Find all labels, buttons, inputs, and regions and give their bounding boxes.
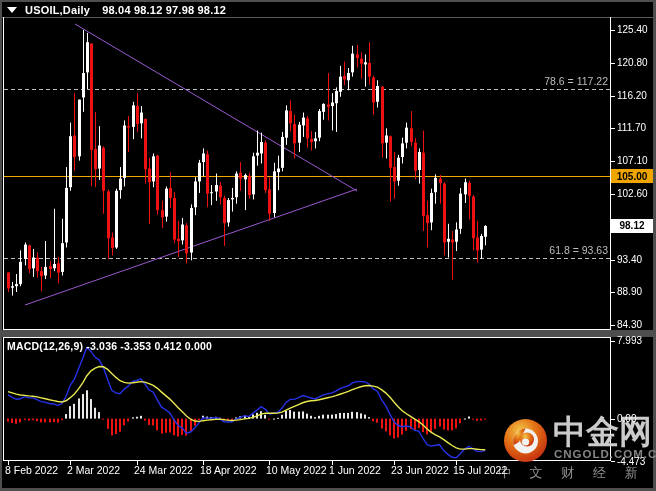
macd-axis-label: -4.473 xyxy=(617,456,645,467)
chart-window: USOIL,Daily 98.04 98.12 97.98 98.12 MACD… xyxy=(0,0,656,491)
symbol-dropdown-icon[interactable] xyxy=(7,7,17,13)
quote-symbol: USOIL,Daily xyxy=(25,4,90,16)
price-axis-label: 107.10 xyxy=(617,155,648,166)
price-axis-label: 116.20 xyxy=(617,90,647,101)
quote-bar: USOIL,Daily 98.04 98.12 97.98 98.12 xyxy=(7,3,226,16)
date-axis-label: 15 Jul 2022 xyxy=(453,464,507,476)
date-axis-label: 8 Feb 2022 xyxy=(5,464,58,476)
date-axis-label: 24 Mar 2022 xyxy=(134,464,193,476)
quote-ohlc: 98.04 98.12 97.98 98.12 xyxy=(102,4,226,16)
macd-axis-label: 0.00 xyxy=(617,413,636,424)
price-axis-label: 102.60 xyxy=(617,188,648,199)
pane-separator[interactable] xyxy=(0,330,656,337)
date-axis-label: 10 May 2022 xyxy=(266,464,327,476)
price-axis-label: 84.30 xyxy=(617,319,642,330)
hline-price-badge: 105.00 xyxy=(611,169,653,183)
date-axis-label: 18 Apr 2022 xyxy=(200,464,257,476)
price-axis-label: 93.40 xyxy=(617,254,642,265)
fib-level-label: 78.6 = 117.22 xyxy=(544,75,608,87)
current-price-badge: 98.12 xyxy=(611,219,653,233)
macd-indicator-label: MACD(12,26,9) -3.036 -3.353 0.412 0.000 xyxy=(7,340,212,352)
price-axis-label: 88.90 xyxy=(617,286,642,297)
date-axis-label: 2 Mar 2022 xyxy=(67,464,120,476)
cngold-logo-icon xyxy=(503,418,548,463)
price-axis-label: 111.70 xyxy=(617,122,646,133)
cngold-watermark: 中金网 CNGOLD.COM.CN 中 文 财 经 新 媒 体 xyxy=(496,414,654,488)
price-axis-label: 120.80 xyxy=(617,57,648,68)
price-axis-label: 125.40 xyxy=(617,24,648,35)
date-axis-label: 1 Jun 2022 xyxy=(329,464,381,476)
fib-level-label: 61.8 = 93.63 xyxy=(549,244,608,256)
date-axis-label: 23 Jun 2022 xyxy=(391,464,449,476)
